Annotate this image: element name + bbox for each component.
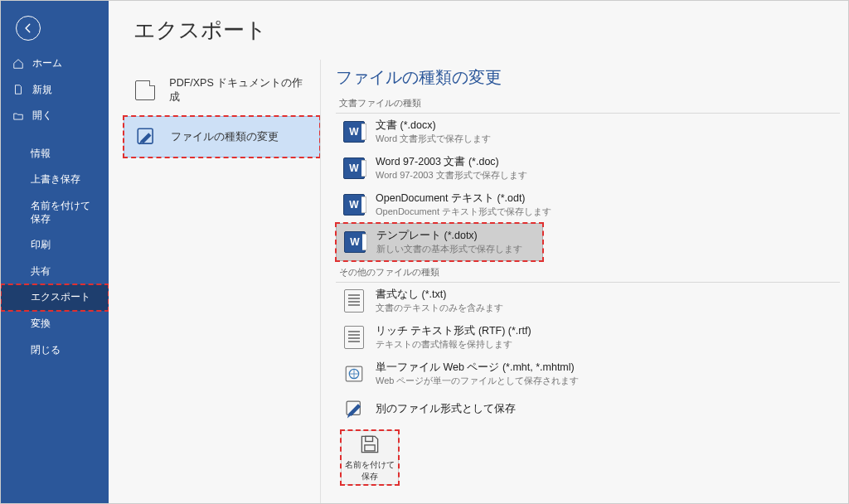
nav-label: 閉じる: [31, 344, 61, 357]
save-as-button[interactable]: 名前を付けて保存: [341, 430, 399, 485]
nav-label: ホーム: [32, 57, 62, 70]
nav-new[interactable]: 新規: [1, 77, 109, 104]
file-type-title: 文書 (*.docx): [376, 119, 491, 133]
nav-label: 共有: [31, 265, 51, 279]
nav-label: 印刷: [31, 239, 51, 252]
nav-info[interactable]: 情報: [1, 141, 109, 167]
export-options-list: PDF/XPS ドキュメントの作成 ファイルの種類の変更: [109, 60, 320, 503]
page-title: エクスポート: [109, 1, 848, 60]
file-type-desc: Word 文書形式で保存します: [376, 133, 491, 145]
export-option-change-file-type[interactable]: ファイルの種類の変更: [124, 116, 320, 158]
file-type-desc: Word 97-2003 文書形式で保存します: [376, 169, 527, 182]
file-type-title: リッチ テキスト形式 (RTF) (*.rtf): [376, 324, 531, 338]
change-type-icon: [134, 125, 158, 148]
floppy-save-icon: [358, 433, 381, 456]
file-type-title: テンプレート (*.dotx): [376, 229, 522, 243]
nav-label: エクスポート: [31, 291, 90, 304]
file-type-desc: 文書のテキストのみを含みます: [376, 302, 503, 314]
file-type-title: Word 97-2003 文書 (*.doc): [376, 155, 527, 169]
file-type-desc: テキストの書式情報を保持します: [376, 338, 531, 351]
arrow-left-icon: [22, 22, 34, 34]
word-icon: W: [342, 120, 366, 143]
nav-save[interactable]: 上書き保存: [1, 167, 109, 193]
save-as-icon: [342, 397, 366, 420]
file-type-doc[interactable]: W Word 97-2003 文書 (*.doc) Word 97-2003 文…: [336, 150, 840, 187]
nav-home[interactable]: ホーム: [1, 51, 109, 77]
word-icon: W: [342, 157, 366, 180]
svg-rect-5: [365, 445, 375, 451]
file-type-desc: 新しい文書の基本形式で保存します: [376, 243, 522, 255]
new-doc-icon: [12, 84, 24, 95]
export-option-pdf[interactable]: PDF/XPS ドキュメントの作成: [124, 68, 320, 113]
file-type-title: 別のファイル形式として保存: [376, 402, 516, 416]
group-header-document: 文書ファイルの種類: [336, 95, 840, 114]
file-type-mht[interactable]: 単一ファイル Web ページ (*.mht, *.mhtml) Web ページが…: [336, 356, 840, 392]
file-type-title: 単一ファイル Web ページ (*.mht, *.mhtml): [376, 361, 579, 375]
nav-label: 新規: [32, 84, 52, 97]
open-folder-icon: [12, 110, 24, 122]
web-page-icon: [342, 362, 366, 385]
file-type-title: OpenDocument テキスト (*.odt): [376, 191, 551, 206]
nav-share[interactable]: 共有: [1, 259, 109, 285]
nav-label: 上書き保存: [31, 173, 80, 187]
file-type-docx[interactable]: W 文書 (*.docx) Word 文書形式で保存します: [336, 114, 840, 150]
nav-close[interactable]: 閉じる: [1, 337, 109, 364]
main-content: エクスポート PDF/XPS ドキュメントの作成 ファイルの種類の変更 ファイル…: [109, 1, 848, 503]
save-as-button-label: 名前を付けて保存: [342, 459, 398, 482]
file-type-title: 書式なし (*.txt): [376, 288, 503, 302]
rtf-doc-icon: [342, 326, 366, 349]
nav-label: 開く: [32, 109, 52, 123]
detail-title: ファイルの種類の変更: [336, 66, 840, 89]
file-type-dotx[interactable]: W テンプレート (*.dotx) 新しい文書の基本形式で保存します: [336, 223, 543, 261]
file-type-txt[interactable]: 書式なし (*.txt) 文書のテキストのみを含みます: [336, 283, 840, 319]
nav-export[interactable]: エクスポート: [1, 284, 109, 311]
nav-label: 変換: [31, 317, 51, 331]
back-button[interactable]: [16, 16, 41, 41]
nav-print[interactable]: 印刷: [1, 232, 109, 259]
nav-label: 名前を付けて保存: [31, 200, 97, 225]
nav-label: 情報: [31, 148, 51, 161]
export-option-label: PDF/XPS ドキュメントの作成: [169, 76, 310, 104]
backstage-sidebar: ホーム 新規 開く 情報 上書き保存 名前を付けて保存 印刷 共有 エクスポート…: [1, 1, 109, 503]
export-option-label: ファイルの種類の変更: [171, 130, 279, 144]
file-type-desc: Web ページが単一のファイルとして保存されます: [376, 375, 579, 387]
nav-save-as[interactable]: 名前を付けて保存: [1, 193, 109, 232]
text-doc-icon: [342, 289, 366, 313]
nav-open[interactable]: 開く: [1, 103, 109, 129]
nav-transform[interactable]: 変換: [1, 311, 109, 337]
word-icon: W: [343, 230, 366, 254]
file-type-odt[interactable]: W OpenDocument テキスト (*.odt) OpenDocument…: [336, 187, 840, 223]
svg-rect-4: [366, 436, 373, 441]
file-type-rtf[interactable]: リッチ テキスト形式 (RTF) (*.rtf) テキストの書式情報を保持します: [336, 319, 840, 356]
file-type-desc: OpenDocument テキスト形式で保存します: [376, 206, 551, 218]
pdf-icon: [133, 79, 156, 102]
file-type-other[interactable]: 別のファイル形式として保存: [336, 392, 840, 425]
group-header-other: その他のファイルの種類: [336, 264, 840, 283]
export-detail-panel: ファイルの種類の変更 文書ファイルの種類 W 文書 (*.docx) Word …: [320, 60, 848, 503]
home-icon: [12, 58, 24, 70]
word-icon: W: [342, 193, 366, 216]
